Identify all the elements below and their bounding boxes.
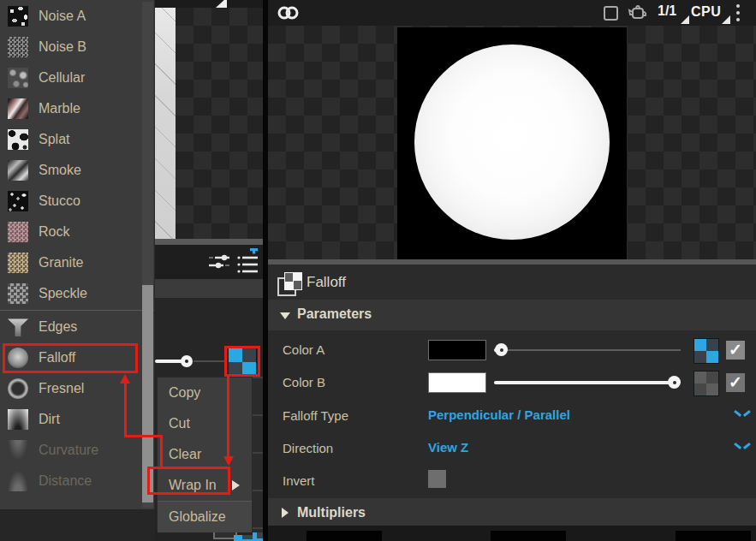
- dropdown-corner-icon[interactable]: [722, 15, 730, 24]
- menu-item-noise-a[interactable]: Noise A: [0, 1, 154, 32]
- add-layer-icon[interactable]: [237, 248, 259, 274]
- menu-item-fresnel[interactable]: Fresnel: [0, 373, 154, 404]
- dropdown-corner-icon[interactable]: [681, 15, 689, 24]
- frame-icon[interactable]: [604, 6, 618, 21]
- context-menu-item-copy[interactable]: Copy: [158, 378, 252, 408]
- marble-thumbnail: [8, 98, 28, 119]
- context-item-label: Cut: [169, 416, 190, 431]
- annotation-box-map-icon: [224, 346, 260, 377]
- horizontal-divider: [155, 239, 263, 245]
- preview-render: [397, 27, 627, 259]
- menu-item-smoke[interactable]: Smoke: [0, 155, 154, 186]
- menu-item-edges[interactable]: Edges: [0, 312, 154, 342]
- color-a-slider-handle[interactable]: [495, 343, 508, 356]
- texture-preview-area: [268, 26, 756, 259]
- invert-label: Invert: [283, 473, 315, 488]
- menu-item-cellular[interactable]: Cellular: [0, 62, 154, 93]
- direction-value[interactable]: View Z: [428, 440, 468, 455]
- annotation-line: [227, 375, 229, 456]
- menu-item-granite[interactable]: Granite: [0, 247, 154, 278]
- color-a-slider-track[interactable]: [494, 349, 681, 351]
- section-label: Parameters: [297, 306, 372, 322]
- curvature-thumbnail: [8, 440, 28, 461]
- menu-item-speckle[interactable]: Speckle: [0, 278, 154, 309]
- invert-row: Invert: [268, 465, 756, 497]
- viewport-toolbar: 1/1 CPU: [268, 0, 756, 26]
- menu-item-dirt[interactable]: Dirt: [0, 404, 154, 435]
- link-icon[interactable]: [277, 3, 300, 22]
- context-menu-item-cut[interactable]: Cut: [158, 408, 252, 439]
- direction-label: Direction: [283, 441, 333, 455]
- context-menu-item-globalize[interactable]: Globalize: [158, 502, 252, 532]
- render-device-button[interactable]: CPU: [691, 4, 721, 20]
- context-menu: Copy Cut Clear Wrap In Globalize: [157, 377, 253, 531]
- annotation-box-wrap-in: [147, 467, 230, 495]
- falloff-type-row: Falloff Type Perpendicular / Parallel: [268, 400, 756, 432]
- parameters-section-header[interactable]: Parameters: [268, 300, 756, 331]
- menu-item-curvature: Curvature: [0, 435, 154, 466]
- menu-item-noise-b[interactable]: Noise B: [0, 32, 154, 62]
- menu-item-label: Granite: [39, 255, 83, 270]
- menu-item-marble[interactable]: Marble: [0, 93, 154, 124]
- partial-map-icon: [253, 532, 263, 541]
- menu-item-label: Curvature: [39, 443, 98, 458]
- falloff-type-label: Falloff Type: [283, 408, 348, 423]
- context-item-label: Globalize: [169, 509, 226, 525]
- color-a-swatch[interactable]: [428, 340, 486, 360]
- annotation-box-falloff: [3, 343, 138, 373]
- expand-arrow-icon: [282, 508, 289, 518]
- fresnel-thumbnail: [8, 378, 28, 399]
- noise-a-thumbnail: [8, 6, 28, 27]
- color-b-slider-fill: [494, 381, 674, 384]
- context-item-label: Copy: [169, 385, 200, 401]
- annotation-line: [124, 435, 163, 437]
- filter-icon[interactable]: [208, 252, 230, 272]
- falloff-type-value[interactable]: Perpendicular / Parallel: [428, 407, 570, 422]
- partial-slider-handle[interactable]: [181, 355, 193, 367]
- teapot-icon[interactable]: [628, 4, 648, 21]
- color-a-label: Color A: [283, 342, 324, 357]
- cellular-thumbnail: [8, 68, 28, 88]
- menu-item-rock[interactable]: Rock: [0, 217, 154, 247]
- chevron-down-icon[interactable]: [735, 410, 749, 419]
- menu-item-label: Noise B: [39, 39, 86, 55]
- distance-thumbnail: [8, 471, 28, 491]
- node-panel-topbar: [155, 0, 263, 8]
- menu-item-label: Stucco: [39, 193, 80, 209]
- section-strip: [155, 279, 263, 298]
- menu-separator: [0, 310, 154, 311]
- annotation-arrow-down: [223, 456, 234, 466]
- section-label: Multipliers: [297, 505, 366, 520]
- submenu-arrow-icon: [232, 480, 240, 490]
- color-b-checkbox[interactable]: [726, 373, 745, 392]
- color-b-swatch[interactable]: [428, 372, 486, 393]
- material-toolbar: [155, 245, 263, 279]
- partial-slider-track[interactable]: [193, 360, 224, 362]
- menu-item-label: Marble: [39, 101, 80, 116]
- partial-map-icon: [234, 535, 253, 541]
- menu-item-stucco[interactable]: Stucco: [0, 186, 154, 217]
- noise-b-thumbnail: [8, 37, 28, 57]
- invert-checkbox[interactable]: [428, 470, 446, 488]
- color-a-checkbox[interactable]: [726, 341, 745, 360]
- menu-item-label: Cellular: [39, 70, 85, 86]
- viewport-render-sliver: [155, 8, 176, 239]
- color-a-map-icon[interactable]: [693, 338, 719, 364]
- speckle-thumbnail: [8, 283, 28, 304]
- frame-ratio-button[interactable]: 1/1: [658, 3, 676, 19]
- menu-item-label: Fresnel: [39, 381, 84, 396]
- kebab-menu-icon[interactable]: [736, 4, 740, 21]
- rock-thumbnail: [8, 222, 28, 242]
- chevron-down-icon[interactable]: [735, 443, 749, 451]
- dirt-thumbnail: [8, 409, 28, 430]
- color-b-map-icon[interactable]: [693, 371, 719, 396]
- context-menu-item-clear[interactable]: Clear: [158, 439, 252, 470]
- menu-item-splat[interactable]: Splat: [0, 124, 154, 155]
- dropdown-corner-icon: [216, 0, 227, 8]
- granite-thumbnail: [8, 253, 28, 273]
- direction-row: Direction View Z: [268, 432, 756, 465]
- color-a-row: Color A: [268, 334, 756, 366]
- edges-thumbnail: [8, 317, 28, 337]
- color-b-slider-handle[interactable]: [668, 376, 681, 389]
- color-b-label: Color B: [283, 375, 325, 389]
